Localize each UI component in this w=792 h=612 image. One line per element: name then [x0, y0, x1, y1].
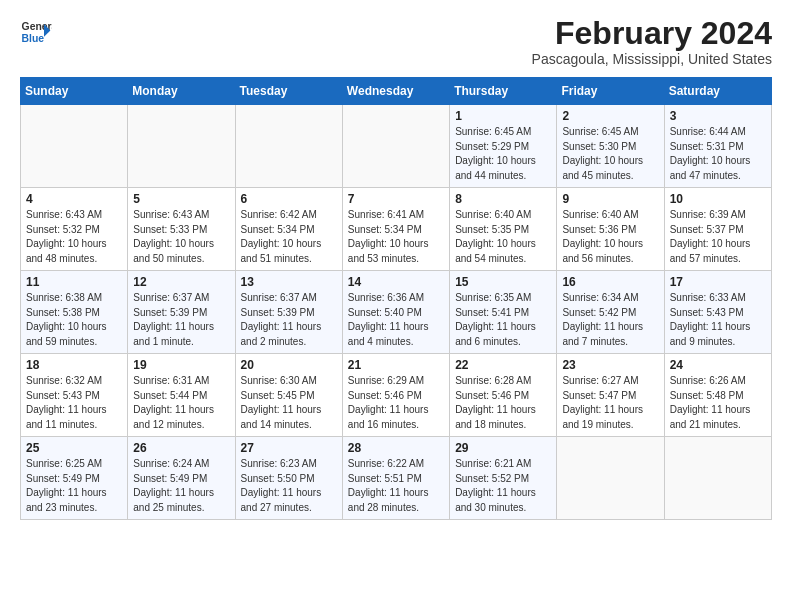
day-number: 5: [133, 192, 229, 206]
day-number: 25: [26, 441, 122, 455]
header: General Blue February 2024 Pascagoula, M…: [20, 16, 772, 67]
calendar-cell: 26Sunrise: 6:24 AM Sunset: 5:49 PM Dayli…: [128, 437, 235, 520]
calendar-cell: 28Sunrise: 6:22 AM Sunset: 5:51 PM Dayli…: [342, 437, 449, 520]
day-number: 4: [26, 192, 122, 206]
weekday-header-saturday: Saturday: [664, 78, 771, 105]
calendar-cell: 9Sunrise: 6:40 AM Sunset: 5:36 PM Daylig…: [557, 188, 664, 271]
day-number: 18: [26, 358, 122, 372]
day-number: 21: [348, 358, 444, 372]
calendar-cell: 24Sunrise: 6:26 AM Sunset: 5:48 PM Dayli…: [664, 354, 771, 437]
calendar-week-row: 25Sunrise: 6:25 AM Sunset: 5:49 PM Dayli…: [21, 437, 772, 520]
calendar-cell: 20Sunrise: 6:30 AM Sunset: 5:45 PM Dayli…: [235, 354, 342, 437]
calendar-cell: [664, 437, 771, 520]
day-detail: Sunrise: 6:36 AM Sunset: 5:40 PM Dayligh…: [348, 291, 444, 349]
day-detail: Sunrise: 6:32 AM Sunset: 5:43 PM Dayligh…: [26, 374, 122, 432]
calendar-cell: 16Sunrise: 6:34 AM Sunset: 5:42 PM Dayli…: [557, 271, 664, 354]
day-number: 13: [241, 275, 337, 289]
day-detail: Sunrise: 6:44 AM Sunset: 5:31 PM Dayligh…: [670, 125, 766, 183]
calendar-cell: 1Sunrise: 6:45 AM Sunset: 5:29 PM Daylig…: [450, 105, 557, 188]
svg-text:Blue: Blue: [22, 33, 45, 44]
day-number: 16: [562, 275, 658, 289]
title-area: February 2024 Pascagoula, Mississippi, U…: [532, 16, 772, 67]
calendar-cell: 29Sunrise: 6:21 AM Sunset: 5:52 PM Dayli…: [450, 437, 557, 520]
calendar-cell: 11Sunrise: 6:38 AM Sunset: 5:38 PM Dayli…: [21, 271, 128, 354]
calendar-cell: 2Sunrise: 6:45 AM Sunset: 5:30 PM Daylig…: [557, 105, 664, 188]
weekday-header-thursday: Thursday: [450, 78, 557, 105]
weekday-header-tuesday: Tuesday: [235, 78, 342, 105]
weekday-header-friday: Friday: [557, 78, 664, 105]
day-detail: Sunrise: 6:45 AM Sunset: 5:29 PM Dayligh…: [455, 125, 551, 183]
day-detail: Sunrise: 6:38 AM Sunset: 5:38 PM Dayligh…: [26, 291, 122, 349]
calendar-cell: 13Sunrise: 6:37 AM Sunset: 5:39 PM Dayli…: [235, 271, 342, 354]
month-title: February 2024: [532, 16, 772, 51]
day-detail: Sunrise: 6:43 AM Sunset: 5:33 PM Dayligh…: [133, 208, 229, 266]
calendar-cell: [557, 437, 664, 520]
day-number: 10: [670, 192, 766, 206]
weekday-header-wednesday: Wednesday: [342, 78, 449, 105]
day-detail: Sunrise: 6:21 AM Sunset: 5:52 PM Dayligh…: [455, 457, 551, 515]
calendar-week-row: 11Sunrise: 6:38 AM Sunset: 5:38 PM Dayli…: [21, 271, 772, 354]
day-detail: Sunrise: 6:40 AM Sunset: 5:35 PM Dayligh…: [455, 208, 551, 266]
day-detail: Sunrise: 6:39 AM Sunset: 5:37 PM Dayligh…: [670, 208, 766, 266]
day-detail: Sunrise: 6:30 AM Sunset: 5:45 PM Dayligh…: [241, 374, 337, 432]
calendar-week-row: 18Sunrise: 6:32 AM Sunset: 5:43 PM Dayli…: [21, 354, 772, 437]
day-number: 8: [455, 192, 551, 206]
calendar-cell: 4Sunrise: 6:43 AM Sunset: 5:32 PM Daylig…: [21, 188, 128, 271]
day-number: 23: [562, 358, 658, 372]
day-number: 3: [670, 109, 766, 123]
calendar-cell: 8Sunrise: 6:40 AM Sunset: 5:35 PM Daylig…: [450, 188, 557, 271]
day-detail: Sunrise: 6:22 AM Sunset: 5:51 PM Dayligh…: [348, 457, 444, 515]
calendar-cell: 17Sunrise: 6:33 AM Sunset: 5:43 PM Dayli…: [664, 271, 771, 354]
day-detail: Sunrise: 6:24 AM Sunset: 5:49 PM Dayligh…: [133, 457, 229, 515]
calendar-cell: 22Sunrise: 6:28 AM Sunset: 5:46 PM Dayli…: [450, 354, 557, 437]
day-number: 19: [133, 358, 229, 372]
calendar-cell: 14Sunrise: 6:36 AM Sunset: 5:40 PM Dayli…: [342, 271, 449, 354]
calendar-cell: [235, 105, 342, 188]
day-number: 26: [133, 441, 229, 455]
day-detail: Sunrise: 6:35 AM Sunset: 5:41 PM Dayligh…: [455, 291, 551, 349]
day-detail: Sunrise: 6:33 AM Sunset: 5:43 PM Dayligh…: [670, 291, 766, 349]
day-detail: Sunrise: 6:31 AM Sunset: 5:44 PM Dayligh…: [133, 374, 229, 432]
day-number: 28: [348, 441, 444, 455]
calendar-cell: [342, 105, 449, 188]
day-number: 14: [348, 275, 444, 289]
day-number: 20: [241, 358, 337, 372]
day-number: 1: [455, 109, 551, 123]
day-detail: Sunrise: 6:40 AM Sunset: 5:36 PM Dayligh…: [562, 208, 658, 266]
calendar-cell: 27Sunrise: 6:23 AM Sunset: 5:50 PM Dayli…: [235, 437, 342, 520]
day-detail: Sunrise: 6:27 AM Sunset: 5:47 PM Dayligh…: [562, 374, 658, 432]
logo: General Blue: [20, 16, 52, 48]
calendar-cell: 7Sunrise: 6:41 AM Sunset: 5:34 PM Daylig…: [342, 188, 449, 271]
calendar-cell: 3Sunrise: 6:44 AM Sunset: 5:31 PM Daylig…: [664, 105, 771, 188]
calendar-cell: 5Sunrise: 6:43 AM Sunset: 5:33 PM Daylig…: [128, 188, 235, 271]
day-detail: Sunrise: 6:29 AM Sunset: 5:46 PM Dayligh…: [348, 374, 444, 432]
day-detail: Sunrise: 6:23 AM Sunset: 5:50 PM Dayligh…: [241, 457, 337, 515]
day-detail: Sunrise: 6:25 AM Sunset: 5:49 PM Dayligh…: [26, 457, 122, 515]
location-title: Pascagoula, Mississippi, United States: [532, 51, 772, 67]
day-number: 11: [26, 275, 122, 289]
day-number: 12: [133, 275, 229, 289]
day-detail: Sunrise: 6:34 AM Sunset: 5:42 PM Dayligh…: [562, 291, 658, 349]
calendar-cell: [128, 105, 235, 188]
calendar-cell: 12Sunrise: 6:37 AM Sunset: 5:39 PM Dayli…: [128, 271, 235, 354]
calendar-cell: 15Sunrise: 6:35 AM Sunset: 5:41 PM Dayli…: [450, 271, 557, 354]
day-detail: Sunrise: 6:41 AM Sunset: 5:34 PM Dayligh…: [348, 208, 444, 266]
calendar-cell: 6Sunrise: 6:42 AM Sunset: 5:34 PM Daylig…: [235, 188, 342, 271]
weekday-header-monday: Monday: [128, 78, 235, 105]
day-detail: Sunrise: 6:42 AM Sunset: 5:34 PM Dayligh…: [241, 208, 337, 266]
day-number: 2: [562, 109, 658, 123]
day-number: 6: [241, 192, 337, 206]
day-detail: Sunrise: 6:45 AM Sunset: 5:30 PM Dayligh…: [562, 125, 658, 183]
day-number: 9: [562, 192, 658, 206]
calendar-cell: 21Sunrise: 6:29 AM Sunset: 5:46 PM Dayli…: [342, 354, 449, 437]
day-number: 27: [241, 441, 337, 455]
day-detail: Sunrise: 6:43 AM Sunset: 5:32 PM Dayligh…: [26, 208, 122, 266]
day-detail: Sunrise: 6:28 AM Sunset: 5:46 PM Dayligh…: [455, 374, 551, 432]
day-number: 29: [455, 441, 551, 455]
weekday-header-row: SundayMondayTuesdayWednesdayThursdayFrid…: [21, 78, 772, 105]
day-number: 22: [455, 358, 551, 372]
calendar-cell: [21, 105, 128, 188]
weekday-header-sunday: Sunday: [21, 78, 128, 105]
day-number: 7: [348, 192, 444, 206]
calendar-cell: 25Sunrise: 6:25 AM Sunset: 5:49 PM Dayli…: [21, 437, 128, 520]
